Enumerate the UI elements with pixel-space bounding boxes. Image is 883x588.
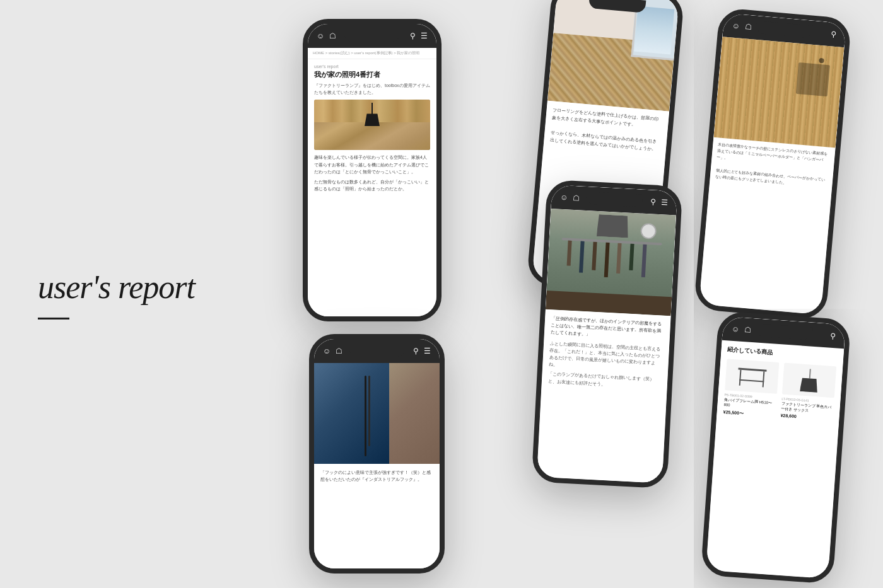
- phone-1: ☺ ☖ toolbox ⚲ ☰ HOME > stories(読む) > use…: [303, 19, 441, 321]
- room-image: [547, 0, 679, 112]
- phone-4-brand: toolbox: [359, 346, 395, 356]
- cart-icon-5: ☖: [744, 22, 752, 32]
- article-body-2: ただ無骨なものは数多くあれど、自分が「かっこいい」と感じるものは「照明」から始ま…: [314, 178, 430, 192]
- phone-6-brand: toolbox: [766, 326, 803, 338]
- phone-3: ☺ ☖ toolbox ⚲ ☰: [532, 180, 683, 489]
- phone-3-screen: ☺ ☖ toolbox ⚲ ☰: [537, 185, 677, 483]
- phone-3-brand: toolbox: [595, 194, 632, 206]
- cart-icon: ☖: [329, 32, 336, 40]
- search-icon-5: ⚲: [831, 30, 837, 39]
- phone-1-brand: toolbox: [354, 31, 390, 41]
- product-row: PS-TB001-02-G089 角パイプフレーム脚 H510〜800 ¥25,…: [723, 359, 836, 423]
- phone-4-nav-right: ⚲ ☰: [413, 347, 431, 355]
- table-frame-illustration: [737, 363, 767, 390]
- phone-5-nav-left: ☺ ☖: [732, 21, 752, 32]
- phone-1-nav: ☺ ☖ toolbox ⚲ ☰: [308, 24, 436, 48]
- menu-icon: ☰: [421, 32, 428, 40]
- product-section-title: 紹介している商品: [727, 345, 837, 361]
- right-text-2: 個人的にとても好みな素材の組み合わせ。ペーパーがかかっていない時の姿にもグッとき…: [715, 167, 827, 190]
- phone-1-nav-left-icons: ☺ ☖: [317, 32, 336, 40]
- search-icon-6: ⚲: [830, 331, 836, 341]
- phone-1-breadcrumb: HOME > stories(読む) > user's report(事例記事)…: [308, 48, 436, 59]
- user-icon-3: ☺: [560, 193, 568, 202]
- rack-body-1: ふとした瞬間に目に入る照明は、空間の主役とも言える存在。「これだ！」と、本当に気…: [549, 340, 663, 374]
- product-item-1: PS-TB001-02-G089 角パイプフレーム脚 H510〜800 ¥25,…: [723, 359, 779, 418]
- user-icon-4: ☺: [323, 347, 330, 355]
- bottom-fade: [308, 297, 436, 316]
- user-icon-5: ☺: [732, 21, 740, 31]
- cart-icon-6: ☖: [744, 325, 752, 335]
- rack-body-2: 「このランプがあるだけでおしゃれ捌いします（笑）と、お友達にも好評だそう。: [548, 371, 662, 391]
- product-section: 紹介している商品 PS-TB001-: [716, 340, 844, 429]
- cart-icon-4: ☖: [336, 347, 342, 355]
- phone-4-screen: ☺ ☖ toolbox ⚲ ☰ 「フックのによい意味で主張が強すぎです！（笑）と…: [314, 339, 440, 568]
- left-section: user's report: [38, 268, 278, 319]
- phone-3-nav-right: ⚲ ☰: [650, 197, 669, 207]
- phone-4-article-body: 「フックのによい意味で主張が強すぎです！（笑）と感想をいただいたのが『インダスト…: [314, 464, 440, 491]
- cart-icon-3: ☖: [573, 193, 580, 203]
- product-2-image: [782, 363, 836, 398]
- article-title: 我が家の照明4番打者: [314, 70, 430, 79]
- rack-quote: 「圧倒的存在感ですが、ほかのインテリアの邪魔をすることはない、唯一無二の存在だと…: [551, 314, 665, 342]
- hooks-image: [314, 363, 440, 464]
- phone-1-article: user's report 我が家の照明4番打者 『ファクトリーランプ』をはじめ…: [308, 59, 436, 200]
- search-icon-4: ⚲: [413, 347, 419, 355]
- phone-4-nav: ☺ ☖ toolbox ⚲ ☰: [314, 339, 440, 363]
- article-body-hooks: 「フックのによい意味で主張が強すぎです！（笑）と感想をいただいたのが『インダスト…: [320, 469, 433, 483]
- phone-3-nav-left: ☺ ☖: [560, 193, 580, 203]
- menu-icon-4: ☰: [424, 347, 431, 355]
- clothes-rack-image: [546, 209, 676, 316]
- title-underline: [38, 318, 69, 320]
- menu-icon-3: ☰: [661, 198, 669, 207]
- phone-6: ☺ ☖ toolbox ⚲ 紹介している商品: [701, 311, 851, 584]
- phone-6-wrapper: ☺ ☖ toolbox ⚲ 紹介している商品: [694, 309, 883, 588]
- article-tag: user's report: [314, 64, 430, 69]
- phone-5: ☺ ☖ toolbox ⚲ 木目の表情豊かなラーチの壁にステンレスのさりげない素…: [694, 8, 852, 320]
- phone-5-screen: ☺ ☖ toolbox ⚲ 木目の表情豊かなラーチの壁にステンレスのさりげない素…: [699, 13, 846, 314]
- user-icon-6: ☺: [731, 325, 739, 334]
- phone-1-screen: ☺ ☖ toolbox ⚲ ☰ HOME > stories(読む) > use…: [308, 24, 436, 316]
- lamp-shade: [800, 378, 818, 393]
- user-icon: ☺: [317, 32, 324, 40]
- phone-1-nav-right-icons: ⚲ ☰: [410, 32, 428, 40]
- search-icon-3: ⚲: [650, 197, 657, 206]
- room-text-1: フローリングをどんな塗料で仕上げるかは、部屋の印象を大きく左右する大事なポイント…: [552, 107, 662, 131]
- bottom-fade-4: [314, 550, 440, 568]
- room-text-2: せっかくなら、木材ならではの温かみのある色を引き出してくれる塗料を選んでみてはい…: [550, 129, 660, 153]
- table-leg-left: [739, 370, 742, 386]
- phone-4: ☺ ☖ toolbox ⚲ ☰ 「フックのによい意味で主張が強すぎです！（笑）と…: [309, 334, 445, 574]
- rack-article-content: 「圧倒的存在感ですが、ほかのインテリアの邪魔をすることはない、唯一無二の存在だと…: [541, 309, 671, 398]
- wood-wall-image: [713, 37, 844, 147]
- search-icon: ⚲: [410, 32, 416, 40]
- phone-6-nav-left: ☺ ☖: [731, 325, 751, 335]
- bottom-fade-3: [537, 458, 663, 483]
- table-top: [738, 368, 766, 372]
- lamp-illustration: [796, 365, 822, 396]
- article-desc: 『ファクトリーランプ』をはじめ、toolboxの愛用アイテムたちを教えていただき…: [314, 83, 430, 96]
- lamp-cord: [809, 369, 810, 378]
- page-title: user's report: [38, 268, 278, 304]
- phone-5-brand: toolbox: [766, 23, 803, 37]
- table-crossbar: [739, 379, 764, 383]
- phone-6-screen: ☺ ☖ toolbox ⚲ 紹介している商品: [706, 316, 846, 579]
- product-1-image: [725, 359, 779, 394]
- product-item-2: LT-PD013-03-G141 ファクトリーランプ 単色カバー付き サックス …: [780, 363, 836, 423]
- phone-5-nav-right: ⚲: [831, 30, 837, 39]
- phone-6-nav-right: ⚲: [830, 331, 836, 341]
- article-image: [314, 100, 430, 150]
- phone-4-nav-left: ☺ ☖: [323, 347, 342, 355]
- table-leg-right: [763, 371, 765, 387]
- article-body-1: 趣味を楽しんでいる様子が伝わってくる空間に。家族4人で暮らすお客様。引っ越しを機…: [314, 154, 430, 175]
